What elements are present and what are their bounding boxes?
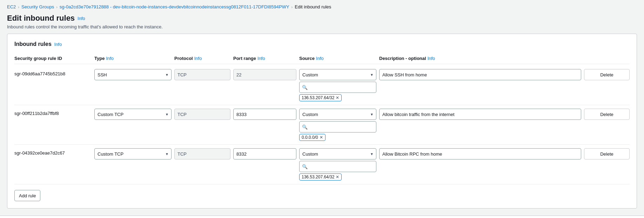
source-select-wrapper-3: Custom ▼	[299, 148, 376, 159]
source-search-wrapper-3: 🔍	[299, 161, 376, 172]
source-tag-1: 136.53.207.64/32 ✕	[299, 94, 342, 101]
search-icon-2: 🔍	[302, 124, 308, 130]
source-tag-remove-2[interactable]: ✕	[320, 135, 323, 139]
source-search-wrapper-2: 🔍	[299, 121, 376, 132]
port-col-3	[233, 148, 296, 159]
desc-input-1[interactable]	[379, 69, 581, 80]
col-source-info[interactable]: Info	[316, 56, 324, 61]
source-col-3: Custom ▼ 🔍 136.53.207.64/32 ✕	[299, 148, 376, 180]
protocol-input-1	[174, 69, 230, 80]
source-tag-remove-1[interactable]: ✕	[336, 96, 339, 100]
breadcrumb-sg-id[interactable]: sg-0a2cd3e70e7912888 - dev-bitcoin-node-…	[60, 4, 289, 9]
breadcrumb-sep-2: ›	[56, 5, 58, 9]
protocol-col-3	[174, 148, 230, 159]
rule-id-3: sgr-04392ce0eae7d2c67	[14, 148, 92, 156]
col-desc-info[interactable]: Info	[428, 56, 435, 61]
source-select-1[interactable]: Custom	[299, 69, 376, 80]
source-select-wrapper-2: Custom ▼	[299, 109, 376, 120]
add-rule-button[interactable]: Add rule	[14, 190, 40, 201]
breadcrumb-sep-1: ›	[18, 5, 19, 9]
card-header: Inbound rules Info	[14, 41, 630, 47]
page-subtitle: Inbound rules control the incoming traff…	[7, 24, 637, 29]
type-select-2[interactable]: Custom TCP	[94, 109, 172, 120]
desc-input-2[interactable]	[379, 109, 581, 120]
type-select-3[interactable]: Custom TCP	[94, 148, 172, 159]
col-description: Description - optional Info	[379, 56, 581, 61]
page-info-link[interactable]: Info	[78, 16, 85, 21]
col-type-info[interactable]: Info	[106, 56, 114, 61]
source-search-3[interactable]	[299, 161, 376, 172]
page-header: Edit inbound rules Info Inbound rules co…	[0, 12, 644, 34]
card-title: Inbound rules	[14, 41, 52, 47]
col-source: Source Info	[299, 56, 376, 61]
col-type: Type Info	[94, 56, 172, 61]
col-action	[584, 56, 630, 61]
delete-button-2[interactable]: Delete	[584, 109, 630, 120]
table-row: sgr-04392ce0eae7d2c67 Custom TCP ▼	[14, 145, 630, 184]
delete-button-3[interactable]: Delete	[584, 148, 630, 159]
protocol-col-1	[174, 69, 230, 80]
breadcrumb: EC2 › Security Groups › sg-0a2cd3e70e791…	[0, 0, 644, 12]
source-select-wrapper-1: Custom ▼	[299, 69, 376, 80]
delete-button-1[interactable]: Delete	[584, 69, 630, 80]
table-header: Security group rule ID Type Info Protoco…	[14, 53, 630, 64]
source-tag-3: 136.53.207.64/32 ✕	[299, 173, 342, 180]
desc-input-3[interactable]	[379, 148, 581, 159]
desc-col-1	[379, 69, 581, 80]
breadcrumb-ec2[interactable]: EC2	[7, 4, 16, 9]
type-col-1: SSH ▼	[94, 69, 172, 80]
source-search-1[interactable]	[299, 82, 376, 93]
source-search-2[interactable]	[299, 121, 376, 132]
source-tag-2: 0.0.0.0/0 ✕	[299, 134, 326, 141]
source-col-1: Custom ▼ 🔍 136.53.207.64/32 ✕	[299, 69, 376, 101]
col-port-range: Port range Info	[233, 56, 296, 61]
page-title: Edit inbound rules	[7, 14, 75, 23]
port-col-1	[233, 69, 296, 80]
port-input-3[interactable]	[233, 148, 296, 159]
port-input-2[interactable]	[233, 109, 296, 120]
col-protocol-info[interactable]: Info	[194, 56, 202, 61]
protocol-col-2	[174, 109, 230, 120]
search-icon-3: 🔍	[302, 164, 308, 169]
footer: Cancel Preview changes Save rules	[0, 216, 644, 218]
main-content: Inbound rules Info Security group rule I…	[0, 34, 644, 216]
breadcrumb-current: Edit inbound rules	[295, 4, 331, 9]
col-rule-id: Security group rule ID	[14, 56, 92, 61]
add-rule-section: Add rule	[14, 184, 630, 201]
card: Inbound rules Info Security group rule I…	[7, 34, 637, 209]
desc-col-3	[379, 148, 581, 159]
source-search-wrapper-1: 🔍	[299, 82, 376, 93]
action-col-1: Delete	[584, 69, 630, 80]
source-select-2[interactable]: Custom	[299, 109, 376, 120]
card-info-link[interactable]: Info	[54, 42, 62, 47]
source-select-3[interactable]: Custom	[299, 148, 376, 159]
search-icon-1: 🔍	[302, 85, 308, 90]
page-container: EC2 › Security Groups › sg-0a2cd3e70e791…	[0, 0, 644, 218]
type-select-wrapper-3: Custom TCP ▼	[94, 148, 172, 159]
col-port-info[interactable]: Info	[257, 56, 265, 61]
source-col-2: Custom ▼ 🔍 0.0.0.0/0 ✕	[299, 109, 376, 141]
table-row: sgr-09dd6aa7745b521b8 SSH ▼	[14, 66, 630, 105]
type-col-2: Custom TCP ▼	[94, 109, 172, 120]
port-input-1	[233, 69, 296, 80]
page-title-row: Edit inbound rules Info	[7, 14, 637, 23]
breadcrumb-sep-3: ›	[291, 5, 293, 9]
rule-id-1: sgr-09dd6aa7745b521b8	[14, 69, 92, 76]
protocol-input-2	[174, 109, 230, 120]
table-row: sgr-00ff211b2da7ffbf8 Custom TCP ▼	[14, 105, 630, 145]
type-select-1[interactable]: SSH	[94, 69, 172, 80]
type-col-3: Custom TCP ▼	[94, 148, 172, 159]
action-col-2: Delete	[584, 109, 630, 120]
breadcrumb-security-groups[interactable]: Security Groups	[21, 4, 54, 9]
rule-id-2: sgr-00ff211b2da7ffbf8	[14, 109, 92, 116]
type-select-wrapper-1: SSH ▼	[94, 69, 172, 80]
desc-col-2	[379, 109, 581, 120]
protocol-input-3	[174, 148, 230, 159]
action-col-3: Delete	[584, 148, 630, 159]
col-protocol: Protocol Info	[174, 56, 230, 61]
type-select-wrapper-2: Custom TCP ▼	[94, 109, 172, 120]
source-tag-remove-3[interactable]: ✕	[336, 175, 339, 179]
port-col-2	[233, 109, 296, 120]
